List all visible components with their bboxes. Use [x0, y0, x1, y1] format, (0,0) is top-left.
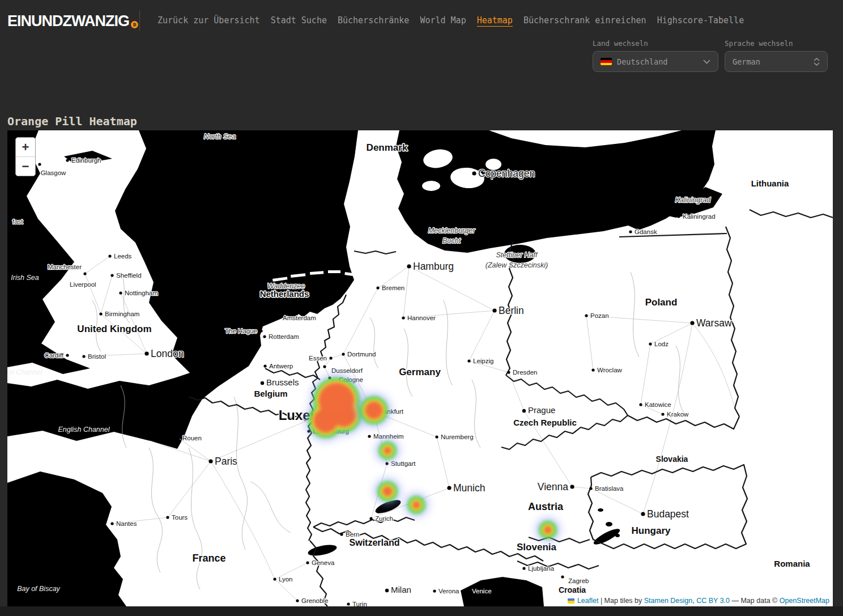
nav-link-6[interactable]: Highscore-Tabelle	[657, 15, 744, 26]
city-label: Amsterdam	[283, 315, 316, 321]
country-label: Croatia	[559, 585, 586, 594]
city-label: Berlin	[499, 305, 524, 316]
nav-link-2[interactable]: Bücherschränke	[338, 15, 409, 26]
country-label: Romania	[774, 559, 810, 568]
city-label: Vienna	[538, 481, 568, 492]
language-select-value: German	[733, 57, 808, 66]
attribution-link[interactable]: CC BY 3.0	[696, 597, 730, 605]
city-label: Cardiff	[44, 352, 63, 359]
nav-link-1[interactable]: Stadt Suche	[271, 15, 327, 26]
city-dot	[99, 312, 102, 315]
water-label: Waddenzee	[267, 282, 305, 290]
country-label: Lithuania	[751, 179, 789, 188]
germany-flag-icon	[601, 58, 612, 65]
city-dot	[340, 533, 343, 536]
language-select[interactable]: German	[725, 51, 828, 72]
footer-bar	[0, 606, 843, 616]
city-label: Zurich	[375, 515, 393, 522]
city-dot	[342, 352, 344, 355]
city-label: London	[151, 348, 184, 359]
city-label: Brussels	[266, 377, 299, 387]
city-dot	[385, 589, 389, 592]
city-dot	[166, 516, 169, 519]
country-label: Netherlands	[260, 289, 309, 299]
nav-link-5[interactable]: Bücherschrank einreichen	[523, 15, 646, 26]
city-dot	[144, 351, 148, 355]
water-label: North Sea	[204, 133, 236, 141]
city-label: Zagreb	[568, 577, 589, 584]
map-canvas[interactable]: United KingdomDenmarkLithuaniaPolandNeth…	[7, 130, 833, 606]
city-dot	[38, 163, 41, 165]
city-label: Essen	[309, 355, 327, 362]
country-label: Czech Republic	[513, 418, 577, 427]
city-dot	[522, 409, 526, 413]
attribution-link[interactable]: Stamen Design	[644, 597, 692, 605]
city-label: Gdansk	[635, 228, 657, 235]
city-label: Dusseldorf	[331, 367, 363, 374]
city-label: Rouen	[182, 435, 202, 441]
city-label: Copenhagen	[478, 168, 535, 179]
city-label: Grenoble	[301, 597, 328, 604]
city-dot	[110, 522, 113, 525]
city-dot	[402, 316, 405, 319]
city-dot	[472, 171, 476, 175]
city-dot	[570, 485, 574, 488]
city-dot	[261, 381, 264, 385]
city-label: Nottingham	[125, 290, 158, 296]
city-dot	[83, 272, 86, 275]
header-divider	[139, 10, 140, 31]
city-dot	[306, 561, 309, 564]
bitcoin-logo-icon: ₿	[131, 21, 138, 28]
city-dot	[273, 577, 276, 580]
city-label: Lodz	[654, 341, 669, 347]
city-label: Manchester	[48, 264, 82, 270]
city-label: Liverpool	[70, 281, 96, 288]
city-label: Prague	[528, 405, 555, 415]
city-dot	[447, 486, 451, 490]
city-dot	[585, 314, 587, 317]
city-dot	[690, 321, 694, 325]
app-logo: EINUNDZWANZIG ₿	[7, 12, 138, 30]
chevrons-up-down-icon	[814, 58, 820, 66]
city-label: fast	[12, 218, 23, 225]
city-dot	[110, 274, 113, 277]
nav-link-3[interactable]: World Map	[420, 15, 466, 26]
city-label: Verona	[438, 588, 459, 594]
attribution-link[interactable]: Leaflet	[577, 597, 599, 605]
city-dot	[369, 517, 372, 520]
zoom-out-button[interactable]: −	[16, 156, 35, 176]
city-label: Katowice	[645, 401, 671, 408]
city-label: Paris	[215, 456, 237, 467]
main-nav: Zurück zur ÜbersichtStadt SucheBüchersch…	[157, 15, 744, 26]
city-label: Birmingham	[105, 311, 139, 317]
city-label: Geneva	[312, 559, 335, 566]
city-label: Krakow	[667, 411, 689, 418]
water-label: stol Channel	[7, 368, 43, 376]
water-label: Irish Sea	[11, 274, 39, 282]
zoom-in-button[interactable]: +	[16, 138, 35, 156]
city-dot	[66, 354, 69, 356]
city-dot	[82, 355, 85, 358]
city-label: The Hague	[225, 328, 257, 334]
attribution-text: | Map tiles by	[598, 597, 644, 605]
nav-link-0[interactable]: Zurück zur Übersicht	[157, 15, 260, 26]
country-select[interactable]: Deutschland	[593, 51, 718, 72]
attribution-text: ,	[692, 597, 696, 605]
city-label: Kaliningrad	[683, 213, 716, 220]
city-label: Dortmund	[347, 351, 376, 358]
city-dot	[329, 356, 332, 359]
nav-link-4[interactable]: Heatmap	[477, 15, 513, 26]
city-label: Pozan	[590, 312, 609, 319]
page-title: Orange Pill Heatmap	[7, 114, 137, 128]
city-dot	[108, 254, 111, 257]
heatmap-map[interactable]: United KingdomDenmarkLithuaniaPolandNeth…	[7, 130, 833, 606]
country-label: Poland	[645, 297, 678, 308]
app-logo-text: EINUNDZWANZIG	[7, 12, 129, 30]
city-dot	[296, 599, 299, 602]
attribution-link[interactable]: OpenStreetMap	[780, 597, 829, 605]
city-dot	[433, 589, 436, 592]
attribution-text-wrap: Leaflet | Map tiles by Stamen Design, CC…	[577, 597, 829, 605]
city-label: Dresden	[513, 369, 537, 376]
country-label: Switzerland	[350, 538, 400, 547]
country-label: Slovakia	[656, 454, 688, 464]
